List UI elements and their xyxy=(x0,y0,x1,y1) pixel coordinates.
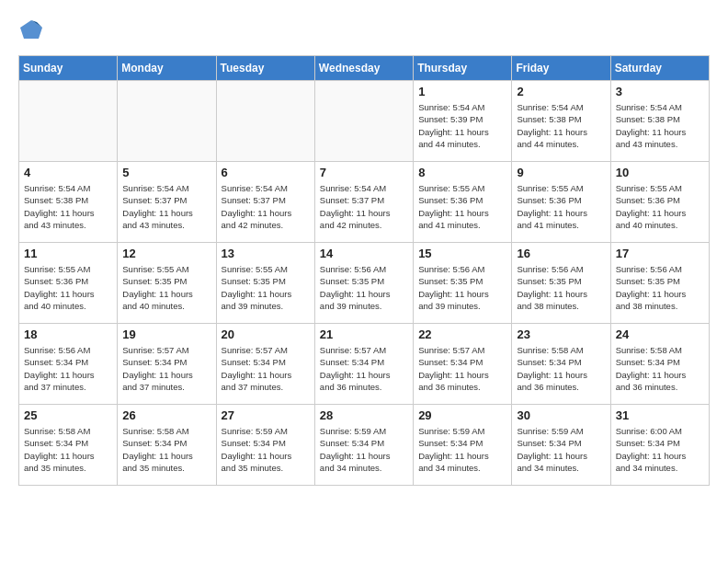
day-cell: 26Sunrise: 5:58 AM Sunset: 5:34 PM Dayli… xyxy=(118,405,216,486)
day-cell xyxy=(314,81,413,162)
day-cell xyxy=(19,81,118,162)
day-number: 4 xyxy=(24,166,112,179)
day-number: 28 xyxy=(320,408,408,422)
weekday-tuesday: Tuesday xyxy=(216,56,314,81)
page-header xyxy=(18,18,710,40)
day-number: 15 xyxy=(418,247,506,260)
day-number: 10 xyxy=(616,166,704,179)
day-cell xyxy=(118,81,216,162)
day-number: 17 xyxy=(616,247,704,260)
day-cell: 4Sunrise: 5:54 AM Sunset: 5:38 PM Daylig… xyxy=(19,162,118,243)
weekday-monday: Monday xyxy=(118,56,216,81)
day-number: 31 xyxy=(616,408,704,422)
day-cell: 3Sunrise: 5:54 AM Sunset: 5:38 PM Daylig… xyxy=(610,81,709,162)
calendar-body: 1Sunrise: 5:54 AM Sunset: 5:39 PM Daylig… xyxy=(19,81,710,486)
day-info: Sunrise: 5:56 AM Sunset: 5:35 PM Dayligh… xyxy=(320,263,408,312)
day-number: 22 xyxy=(418,327,506,341)
day-number: 20 xyxy=(222,327,310,341)
day-cell: 14Sunrise: 5:56 AM Sunset: 5:35 PM Dayli… xyxy=(314,243,413,324)
day-info: Sunrise: 5:54 AM Sunset: 5:38 PM Dayligh… xyxy=(616,101,704,150)
week-row-4: 18Sunrise: 5:56 AM Sunset: 5:34 PM Dayli… xyxy=(19,324,710,405)
day-cell: 22Sunrise: 5:57 AM Sunset: 5:34 PM Dayli… xyxy=(414,324,512,405)
day-number: 21 xyxy=(320,327,408,341)
day-info: Sunrise: 5:55 AM Sunset: 5:36 PM Dayligh… xyxy=(24,263,112,312)
day-cell: 31Sunrise: 6:00 AM Sunset: 5:34 PM Dayli… xyxy=(610,405,709,486)
day-info: Sunrise: 5:56 AM Sunset: 5:35 PM Dayligh… xyxy=(616,263,704,312)
weekday-sunday: Sunday xyxy=(19,56,118,81)
day-number: 24 xyxy=(616,327,704,341)
day-cell: 25Sunrise: 5:58 AM Sunset: 5:34 PM Dayli… xyxy=(19,405,118,486)
calendar-table: SundayMondayTuesdayWednesdayThursdayFrid… xyxy=(18,55,710,486)
weekday-friday: Friday xyxy=(512,56,610,81)
day-number: 1 xyxy=(418,85,506,98)
day-number: 25 xyxy=(24,408,112,422)
weekday-thursday: Thursday xyxy=(414,56,512,81)
day-info: Sunrise: 5:59 AM Sunset: 5:34 PM Dayligh… xyxy=(222,425,310,474)
day-cell: 1Sunrise: 5:54 AM Sunset: 5:39 PM Daylig… xyxy=(414,81,512,162)
day-cell: 30Sunrise: 5:59 AM Sunset: 5:34 PM Dayli… xyxy=(512,405,610,486)
day-number: 2 xyxy=(517,85,605,98)
day-cell: 28Sunrise: 5:59 AM Sunset: 5:34 PM Dayli… xyxy=(314,405,413,486)
day-cell: 11Sunrise: 5:55 AM Sunset: 5:36 PM Dayli… xyxy=(19,243,118,324)
day-cell: 24Sunrise: 5:58 AM Sunset: 5:34 PM Dayli… xyxy=(610,324,709,405)
day-number: 9 xyxy=(517,166,605,179)
logo-icon xyxy=(18,18,44,40)
day-cell: 9Sunrise: 5:55 AM Sunset: 5:36 PM Daylig… xyxy=(512,162,610,243)
logo xyxy=(18,18,48,40)
day-number: 23 xyxy=(517,327,605,341)
day-cell: 10Sunrise: 5:55 AM Sunset: 5:36 PM Dayli… xyxy=(610,162,709,243)
day-number: 3 xyxy=(616,85,704,98)
day-cell: 7Sunrise: 5:54 AM Sunset: 5:37 PM Daylig… xyxy=(314,162,413,243)
svg-marker-0 xyxy=(20,20,42,39)
day-cell: 18Sunrise: 5:56 AM Sunset: 5:34 PM Dayli… xyxy=(19,324,118,405)
day-info: Sunrise: 5:55 AM Sunset: 5:35 PM Dayligh… xyxy=(122,263,210,312)
day-number: 27 xyxy=(222,408,310,422)
day-info: Sunrise: 5:57 AM Sunset: 5:34 PM Dayligh… xyxy=(320,344,408,393)
day-cell: 15Sunrise: 5:56 AM Sunset: 5:35 PM Dayli… xyxy=(414,243,512,324)
day-cell: 23Sunrise: 5:58 AM Sunset: 5:34 PM Dayli… xyxy=(512,324,610,405)
day-info: Sunrise: 5:55 AM Sunset: 5:36 PM Dayligh… xyxy=(616,182,704,231)
day-number: 16 xyxy=(517,247,605,260)
day-info: Sunrise: 5:56 AM Sunset: 5:35 PM Dayligh… xyxy=(517,263,605,312)
day-cell: 12Sunrise: 5:55 AM Sunset: 5:35 PM Dayli… xyxy=(118,243,216,324)
day-cell xyxy=(216,81,314,162)
day-cell: 21Sunrise: 5:57 AM Sunset: 5:34 PM Dayli… xyxy=(314,324,413,405)
day-info: Sunrise: 5:58 AM Sunset: 5:34 PM Dayligh… xyxy=(24,425,112,474)
day-cell: 20Sunrise: 5:57 AM Sunset: 5:34 PM Dayli… xyxy=(216,324,314,405)
weekday-header-row: SundayMondayTuesdayWednesdayThursdayFrid… xyxy=(19,56,710,81)
day-info: Sunrise: 5:57 AM Sunset: 5:34 PM Dayligh… xyxy=(122,344,210,393)
week-row-2: 4Sunrise: 5:54 AM Sunset: 5:38 PM Daylig… xyxy=(19,162,710,243)
weekday-wednesday: Wednesday xyxy=(314,56,413,81)
day-cell: 5Sunrise: 5:54 AM Sunset: 5:37 PM Daylig… xyxy=(118,162,216,243)
day-number: 12 xyxy=(122,247,210,260)
day-info: Sunrise: 5:58 AM Sunset: 5:34 PM Dayligh… xyxy=(517,344,605,393)
day-info: Sunrise: 5:58 AM Sunset: 5:34 PM Dayligh… xyxy=(122,425,210,474)
day-cell: 27Sunrise: 5:59 AM Sunset: 5:34 PM Dayli… xyxy=(216,405,314,486)
day-cell: 2Sunrise: 5:54 AM Sunset: 5:38 PM Daylig… xyxy=(512,81,610,162)
day-number: 14 xyxy=(320,247,408,260)
day-number: 7 xyxy=(320,166,408,179)
day-info: Sunrise: 5:55 AM Sunset: 5:36 PM Dayligh… xyxy=(517,182,605,231)
day-info: Sunrise: 5:57 AM Sunset: 5:34 PM Dayligh… xyxy=(418,344,506,393)
week-row-1: 1Sunrise: 5:54 AM Sunset: 5:39 PM Daylig… xyxy=(19,81,710,162)
day-number: 19 xyxy=(122,327,210,341)
week-row-3: 11Sunrise: 5:55 AM Sunset: 5:36 PM Dayli… xyxy=(19,243,710,324)
day-cell: 6Sunrise: 5:54 AM Sunset: 5:37 PM Daylig… xyxy=(216,162,314,243)
day-info: Sunrise: 5:54 AM Sunset: 5:37 PM Dayligh… xyxy=(320,182,408,231)
day-info: Sunrise: 5:54 AM Sunset: 5:38 PM Dayligh… xyxy=(24,182,112,231)
day-number: 6 xyxy=(222,166,310,179)
day-info: Sunrise: 5:57 AM Sunset: 5:34 PM Dayligh… xyxy=(222,344,310,393)
weekday-saturday: Saturday xyxy=(610,56,709,81)
day-number: 5 xyxy=(122,166,210,179)
day-info: Sunrise: 5:54 AM Sunset: 5:38 PM Dayligh… xyxy=(517,101,605,150)
day-info: Sunrise: 6:00 AM Sunset: 5:34 PM Dayligh… xyxy=(616,425,704,474)
day-info: Sunrise: 5:54 AM Sunset: 5:39 PM Dayligh… xyxy=(418,101,506,150)
day-cell: 17Sunrise: 5:56 AM Sunset: 5:35 PM Dayli… xyxy=(610,243,709,324)
week-row-5: 25Sunrise: 5:58 AM Sunset: 5:34 PM Dayli… xyxy=(19,405,710,486)
day-info: Sunrise: 5:54 AM Sunset: 5:37 PM Dayligh… xyxy=(222,182,310,231)
day-cell: 13Sunrise: 5:55 AM Sunset: 5:35 PM Dayli… xyxy=(216,243,314,324)
day-number: 8 xyxy=(418,166,506,179)
day-cell: 8Sunrise: 5:55 AM Sunset: 5:36 PM Daylig… xyxy=(414,162,512,243)
day-info: Sunrise: 5:59 AM Sunset: 5:34 PM Dayligh… xyxy=(517,425,605,474)
day-info: Sunrise: 5:55 AM Sunset: 5:35 PM Dayligh… xyxy=(222,263,310,312)
